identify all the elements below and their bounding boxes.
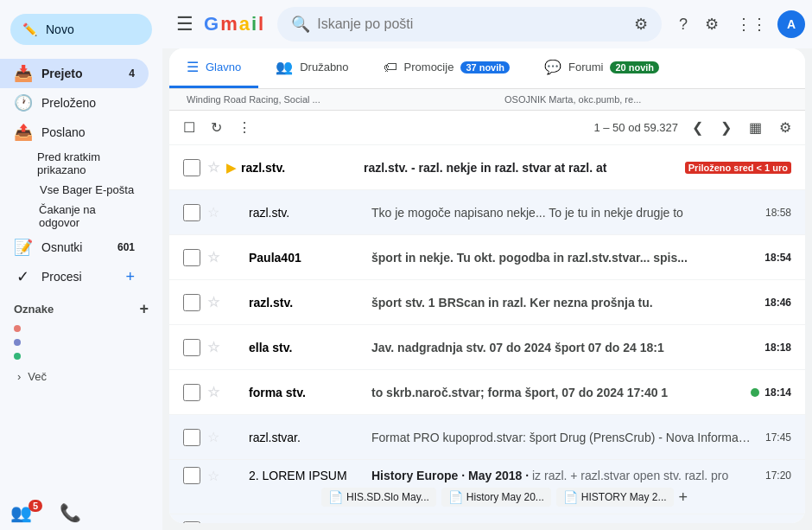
search-filter-icon[interactable]: ⚙ xyxy=(634,15,648,34)
tab-promocije[interactable]: 🏷 Promocije 37 novih xyxy=(366,48,527,88)
attachment-chip[interactable]: 📄 HISTORY May 2... xyxy=(556,488,674,507)
email-row[interactable]: ☆ razl.stv. Tko je mogoče napisano nekje… xyxy=(169,190,805,235)
main-content: ☰ Glavno 👥 Družabno 🏷 Promocije 37 novih… xyxy=(169,48,805,523)
sidebar-label-3[interactable] xyxy=(0,349,149,363)
tab-previews: Winding Road Racing, Social ... OSOJNIK … xyxy=(169,89,805,111)
sidebar-item-label: Preloženo xyxy=(41,96,96,110)
forum-senders: OSOJNIK Marta, okc.pumb, re... xyxy=(504,94,641,105)
email-checkbox[interactable] xyxy=(183,204,200,221)
more-link[interactable]: › Več xyxy=(0,363,162,390)
star-icon[interactable]: ☆ xyxy=(207,429,219,445)
attachment-name: HISTORY May 2... xyxy=(581,491,667,503)
add-icon[interactable]: + xyxy=(125,268,135,286)
email-checkbox[interactable] xyxy=(183,249,200,266)
star-icon[interactable]: ☆ xyxy=(207,204,219,220)
search-icon[interactable]: 🔍 xyxy=(291,15,310,34)
email-checkbox[interactable] xyxy=(183,159,200,176)
email-checkbox[interactable] xyxy=(183,339,200,356)
sent-icon: 📤 xyxy=(14,123,31,142)
apps-button[interactable]: ⋮⋮ xyxy=(729,8,774,41)
sidebar-label-1[interactable] xyxy=(0,322,149,335)
sidebar-item-prelozeno[interactable]: 🕐 Preloženo xyxy=(0,88,149,118)
email-meta: 17:45 xyxy=(765,431,791,444)
email-meta: 18:14 xyxy=(751,386,791,399)
email-row[interactable]: ☆ ella stv. Jav. nadgradnja stv. 07 do 2… xyxy=(169,325,805,370)
grid-view-button[interactable]: ▦ xyxy=(742,114,769,141)
snoozed-icon: 🕐 xyxy=(14,93,31,112)
labels-header: Oznake + xyxy=(0,291,162,322)
email-time: 18:58 xyxy=(765,207,791,219)
more-label: Več xyxy=(28,370,47,383)
sidebar-item-cakanje[interactable]: Čakanje na odgovor xyxy=(0,200,149,233)
search-bar: 🔍 ⚙ xyxy=(277,7,662,42)
settings-button[interactable]: ⚙ xyxy=(698,8,726,41)
star-icon[interactable]: ☆ xyxy=(207,249,219,265)
email-checkbox[interactable] xyxy=(183,521,200,523)
refresh-button[interactable]: ↻ xyxy=(204,114,229,141)
star-icon[interactable]: ☆ xyxy=(207,294,219,310)
select-all-button[interactable]: ☐ xyxy=(176,114,202,141)
menu-button[interactable]: ☰ xyxy=(169,6,200,42)
email-time: 18:54 xyxy=(764,252,791,264)
help-button[interactable]: ? xyxy=(672,9,695,41)
tab-glavno[interactable]: ☰ Glavno xyxy=(169,48,258,88)
sidebar-item-prejeto[interactable]: 📥 Prejeto 4 xyxy=(0,59,149,88)
drafts-icon: 📝 xyxy=(14,238,31,257)
star-icon[interactable]: ☆ xyxy=(207,468,219,484)
email-row[interactable]: ☆ razl.stv. šport stv. 1 BRScan in razl.… xyxy=(169,280,805,325)
sidebar-item-pred-kratkim[interactable]: Pred kratkim prikazano xyxy=(0,147,149,180)
sidebar-item-vse-bager[interactable]: Vse Bager E-pošta xyxy=(0,180,149,200)
email-sender: forma stv. xyxy=(249,386,361,399)
page-info: 1 – 50 od 59.327 xyxy=(593,121,678,134)
email-row[interactable]: ☆ forma stv. to skrb.naroč.stvar; forma … xyxy=(169,370,805,415)
email-meta: 18:18 xyxy=(764,342,791,354)
sidebar-label-2[interactable] xyxy=(0,335,149,349)
tab-druzabno[interactable]: 👥 Družabno xyxy=(258,48,365,88)
star-icon[interactable]: ☆ xyxy=(207,339,219,355)
sidebar: ✏️ Novo 📥 Prejeto 4 🕐 Preloženo 📤 Poslan… xyxy=(0,0,162,530)
sidebar-subitem-label: Vse Bager E-pošta xyxy=(40,183,134,196)
tab-forumi[interactable]: 💬 Forumi 20 novih xyxy=(527,48,676,88)
star-icon[interactable]: ☆ xyxy=(207,159,219,176)
settings-button-2[interactable]: ⚙ xyxy=(772,114,798,141)
forum-preview: OSOJNIK Marta, okc.pumb, re... xyxy=(487,93,805,106)
email-subject: History Europe · May 2018 · xyxy=(371,469,532,482)
email-row[interactable]: ☆ ob stvar šport osamost. razl.stvar + r… xyxy=(169,514,805,523)
inbox-badge: 4 xyxy=(129,67,135,80)
attachment-chip[interactable]: 📄 History May 20... xyxy=(441,488,551,507)
email-checkbox[interactable] xyxy=(183,467,200,484)
promo-senders: Winding Road Racing, Social ... xyxy=(187,94,320,105)
email-row[interactable]: ☆ 2. LOREM IPSUM History Europe · May 20… xyxy=(169,460,805,514)
compose-button[interactable]: ✏️ Novo xyxy=(10,14,152,45)
star-icon[interactable]: ☆ xyxy=(207,522,219,524)
sidebar-item-procesi[interactable]: ✓ Procesi + xyxy=(0,262,149,291)
tab-icon-glavno: ☰ xyxy=(187,59,199,75)
email-meta: 18:54 xyxy=(764,252,791,264)
logo-l: l xyxy=(258,13,263,35)
next-page-button[interactable]: ❯ xyxy=(714,114,739,141)
add-label-icon[interactable]: + xyxy=(139,300,149,318)
email-sender: razl.stv. xyxy=(249,206,361,220)
avatar[interactable]: A xyxy=(777,10,805,38)
people-badge: 5 xyxy=(29,500,42,512)
sidebar-item-osnutki[interactable]: 📝 Osnutki 601 xyxy=(0,233,149,262)
star-icon[interactable]: ☆ xyxy=(207,384,219,400)
email-subject: razl.stv. - razl. nekje in razl. stvar a… xyxy=(364,161,606,175)
email-checkbox[interactable] xyxy=(183,384,200,401)
more-attachments-button[interactable]: + xyxy=(679,488,688,507)
sidebar-item-poslano[interactable]: 📤 Poslano xyxy=(0,118,149,147)
email-time: 18:14 xyxy=(764,386,791,399)
email-checkbox[interactable] xyxy=(183,294,200,311)
search-input[interactable] xyxy=(317,16,627,32)
prev-page-button[interactable]: ❮ xyxy=(685,114,710,141)
attachment-chip[interactable]: 📄 HIS.SD.Slo May... xyxy=(321,488,436,507)
important-icon[interactable]: ▶ xyxy=(226,161,236,175)
email-row[interactable]: ☆ ▶ razl.stv. razl.stv. - razl. nekje in… xyxy=(169,145,805,190)
more-options-button[interactable]: ⋮ xyxy=(231,114,258,141)
email-row[interactable]: ☆ Paula401 šport in nekje. Tu okt. pogod… xyxy=(169,235,805,280)
email-checkbox[interactable] xyxy=(183,429,200,446)
email-row[interactable]: ☆ razl.stvar. Format PRO kupoprod.stvar:… xyxy=(169,415,805,460)
more-icon: › xyxy=(17,370,21,383)
email-body: šport stv. 1 BRScan in razl. Ker nezna p… xyxy=(371,296,754,310)
phone-icon[interactable]: 📞 xyxy=(60,502,81,523)
